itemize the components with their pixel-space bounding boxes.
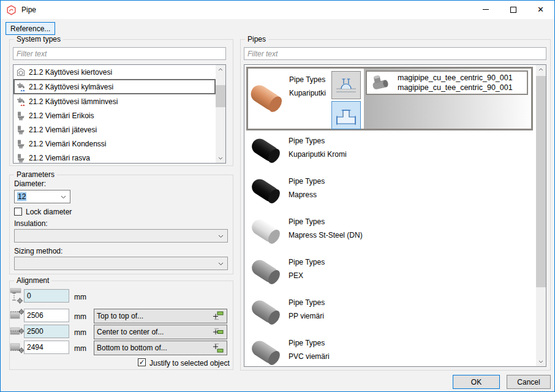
faucet-cold-icon <box>16 82 26 92</box>
system-type-row[interactable]: 21.2 Viemäri rasva <box>13 151 216 164</box>
system-type-row[interactable]: 21.2 Viemäri Erikois <box>13 108 216 123</box>
system-type-label: 21.2 Käyttövesi kylmävesi <box>29 83 113 91</box>
system-type-row[interactable]: 21.2 Käyttövesi kiertovesi <box>13 65 216 79</box>
system-types-scrollbar[interactable] <box>216 65 225 163</box>
scrollbar-thumb[interactable] <box>536 76 546 287</box>
fitting-name: magipipe_cu_tee_centric_90_001 <box>398 73 513 83</box>
ok-button[interactable]: OK <box>453 375 500 389</box>
system-type-label: 21.2 Käyttövesi lämminvesi <box>29 97 118 106</box>
pipe-type-line1: Pipe Types <box>289 217 325 226</box>
fitting-name: magipipe_cu_tee_centric_90_001 <box>398 83 513 92</box>
pipe-image <box>249 255 285 292</box>
maximize-icon <box>510 7 516 13</box>
pipe-image <box>249 336 285 367</box>
toilet-icon <box>16 139 26 149</box>
pipe-image <box>249 134 285 171</box>
alignment-group-label: Alignment <box>14 276 51 285</box>
scroll-down-icon[interactable] <box>536 357 546 366</box>
chevron-down-icon[interactable] <box>61 192 66 201</box>
pipe-type-line2: Mapress St-Steel (DN) <box>289 231 363 239</box>
scroll-down-icon[interactable] <box>216 154 225 163</box>
scrollbar-thumb[interactable] <box>216 85 225 107</box>
system-type-row-selected[interactable]: 21.2 Käyttövesi kylmävesi <box>13 79 216 94</box>
reference-button[interactable]: Reference... <box>6 22 55 35</box>
system-types-filter-input[interactable] <box>13 47 226 60</box>
pipe-type-line1: Pipe Types <box>289 75 325 84</box>
lock-diameter-label: Lock diameter <box>26 208 72 216</box>
diameter-combobox[interactable]: 12 <box>14 190 70 203</box>
pipe-type-line2: Kupariputki Kromi <box>289 150 347 159</box>
unit-label: mm <box>74 344 86 353</box>
pipe-image <box>248 72 287 128</box>
pipe-image <box>249 214 285 252</box>
system-type-label: 21.2 Käyttövesi kiertovesi <box>29 68 112 77</box>
system-type-row[interactable]: 21.2 Käyttövesi lämminvesi <box>13 94 216 108</box>
pipes-filter-input[interactable] <box>244 47 546 60</box>
pipe-type-row[interactable]: Pipe Types PVC viemäri <box>246 334 525 367</box>
fitting-option-saddle-button[interactable] <box>331 71 361 99</box>
pipe-type-line2: PP viemäri <box>289 312 324 320</box>
minimize-button[interactable] <box>472 1 499 18</box>
toilet-icon <box>16 125 26 135</box>
top-distance-input[interactable] <box>24 309 69 322</box>
pipes-scrollbar[interactable] <box>536 65 546 366</box>
circulation-icon <box>16 67 26 77</box>
align-top-icon <box>10 306 25 323</box>
insulation-label: Insulation: <box>14 219 48 228</box>
elevation-input[interactable] <box>24 289 69 303</box>
pipes-group-label: Pipes <box>245 35 268 43</box>
pipe-dialog: Pipe ✕ Reference... System types 21.2 Kä… <box>0 0 555 392</box>
toilet-icon <box>16 153 26 163</box>
center-to-center-label: Center to center of... <box>97 328 211 336</box>
center-distance-input[interactable] <box>24 325 69 338</box>
tee-fitting-icon <box>334 103 358 127</box>
pipe-type-row[interactable]: Pipe Types Mapress St-Steel (DN) <box>246 213 525 251</box>
chevron-down-icon[interactable] <box>218 259 224 268</box>
parameters-group-label: Parameters <box>14 170 57 179</box>
pipe-type-row[interactable]: Pipe Types PP viemäri <box>246 294 525 332</box>
pipe-type-row[interactable]: Pipe Types Kupariputki Kromi <box>246 132 525 170</box>
system-type-row[interactable]: 21.2 Viemäri jätevesi <box>13 123 216 137</box>
system-type-label: 21.2 Viemäri jätevesi <box>29 126 97 134</box>
lock-diameter-checkbox[interactable] <box>14 208 22 216</box>
window-title: Pipe <box>21 6 36 14</box>
cancel-button[interactable]: Cancel <box>507 375 551 389</box>
diameter-value: 12 <box>17 192 26 201</box>
center-to-center-button[interactable]: Center to center of... <box>94 325 227 339</box>
top-to-top-button[interactable]: Top to top of... <box>94 309 227 323</box>
bottom-to-bottom-button[interactable]: Bottom to bottom of... <box>94 341 227 355</box>
bottom-distance-input[interactable] <box>24 341 69 354</box>
pipe-type-line1: Pipe Types <box>289 137 325 145</box>
justify-checkbox[interactable] <box>138 358 146 366</box>
pipe-type-row-selected[interactable]: Pipe Types Kupariputki <box>246 67 533 130</box>
scroll-up-icon[interactable] <box>536 65 546 74</box>
app-logo-icon <box>6 5 17 15</box>
pipe-type-line1: Pipe Types <box>289 339 325 347</box>
chevron-down-icon[interactable] <box>218 232 224 240</box>
pipe-type-row[interactable]: Pipe Types PEX <box>246 254 525 292</box>
justify-label: Justify to selected object <box>149 359 230 368</box>
close-button[interactable]: ✕ <box>527 1 554 18</box>
pipes-list: Pipe Types Kupariputki <box>244 64 546 367</box>
elevation-icon <box>10 287 25 304</box>
pipe-type-line1: Pipe Types <box>289 177 325 186</box>
align-bottom-icon <box>10 338 25 355</box>
system-type-label: 21.2 Viemäri Kondenssi <box>29 140 107 148</box>
system-type-row[interactable]: 21.2 Viemäri Kondenssi <box>13 137 216 151</box>
fitting-row-selected[interactable]: magipipe_cu_tee_centric_90_001 magipipe_… <box>366 70 528 95</box>
pipe-type-line2: PVC viemäri <box>289 352 330 361</box>
sizing-method-combobox[interactable] <box>14 257 228 270</box>
top-to-top-label: Top to top of... <box>97 312 211 320</box>
unit-label: mm <box>74 312 86 321</box>
insulation-combobox[interactable] <box>14 229 228 243</box>
pipe-type-line1: Pipe Types <box>289 298 325 307</box>
system-types-list: 21.2 Käyttövesi kiertovesi 21.2 Käyttöve… <box>13 64 226 164</box>
diameter-label: Diameter: <box>14 179 46 188</box>
system-types-group-label: System types <box>14 35 63 43</box>
pipe-image <box>249 295 285 333</box>
scroll-up-icon[interactable] <box>216 65 225 74</box>
align-bottom-target-icon <box>211 343 224 353</box>
maximize-button[interactable] <box>499 1 527 18</box>
pipe-type-row[interactable]: Pipe Types Mapress <box>246 173 525 211</box>
fitting-option-tee-button[interactable] <box>331 101 361 129</box>
